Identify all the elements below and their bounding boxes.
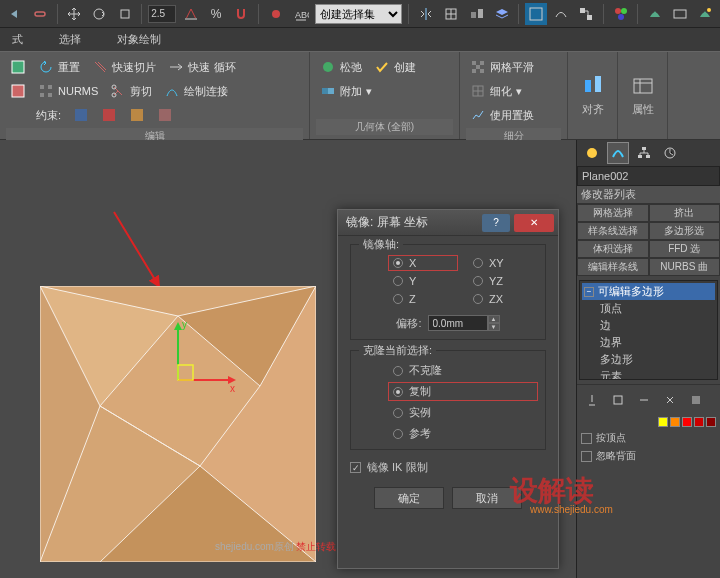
color-vertex[interactable] [658, 417, 668, 427]
configure-icon[interactable] [685, 389, 707, 411]
usedisp-button[interactable]: 使用置换 [466, 104, 538, 126]
mod-btn[interactable]: 样条线选择 [577, 222, 649, 240]
axis-z-radio[interactable]: Z [393, 293, 453, 305]
stack-sub-edge[interactable]: 边 [582, 317, 715, 334]
move-icon[interactable] [63, 3, 84, 25]
mod-btn[interactable]: 挤出 [649, 204, 721, 222]
tab-mode[interactable]: 式 [4, 28, 31, 51]
curve-editor-icon[interactable] [525, 3, 546, 25]
attach-button[interactable]: 附加 ▾ [316, 80, 376, 102]
render-icon[interactable] [695, 3, 716, 25]
scale-icon[interactable] [114, 3, 135, 25]
angle-snap-icon[interactable] [180, 3, 201, 25]
clone-copy-radio[interactable]: 复制 [388, 382, 538, 401]
offset-spinner[interactable]: ▲▼ [428, 315, 500, 331]
percent-snap-icon[interactable]: % [205, 3, 226, 25]
create-tab-icon[interactable] [581, 142, 603, 164]
stack-item-editable-poly[interactable]: − 可编辑多边形 [582, 283, 715, 300]
mirror-ik-checkbox[interactable]: ✓ [350, 462, 361, 473]
reset-button[interactable]: 重置 [34, 56, 84, 78]
render-frame-icon[interactable] [670, 3, 691, 25]
constraint-none-icon[interactable] [69, 104, 93, 126]
mod-btn[interactable]: 网格选择 [577, 204, 649, 222]
pin-stack-icon[interactable] [581, 389, 603, 411]
color-border[interactable] [682, 417, 692, 427]
stack-sub-border[interactable]: 边界 [582, 334, 715, 351]
clone-instance-radio[interactable]: 实例 [393, 405, 533, 420]
rotate-icon[interactable] [89, 3, 110, 25]
show-end-icon[interactable] [607, 389, 629, 411]
ignoreback-checkbox[interactable] [581, 451, 592, 462]
subobj2-icon[interactable] [6, 80, 30, 102]
constraint-normal-icon[interactable] [153, 104, 177, 126]
stack-sub-element[interactable]: 元素 [582, 368, 715, 380]
link-icon[interactable] [29, 3, 50, 25]
stack-sub-poly[interactable]: 多边形 [582, 351, 715, 368]
mod-btn[interactable]: NURBS 曲 [649, 258, 721, 276]
color-element[interactable] [706, 417, 716, 427]
tab-select[interactable]: 选择 [51, 28, 89, 51]
refine-button[interactable]: 细化 ▾ [466, 80, 526, 102]
axis-y-radio[interactable]: Y [393, 275, 453, 287]
align-icon[interactable] [466, 3, 487, 25]
keyframe-icon[interactable] [265, 3, 286, 25]
subobj-icon[interactable] [6, 56, 30, 78]
clone-reference-radio[interactable]: 参考 [393, 426, 533, 441]
axis-x-radio[interactable]: X [388, 255, 458, 271]
dialog-help-button[interactable]: ? [482, 214, 510, 232]
transform-gizmo[interactable]: x y [158, 320, 238, 400]
remove-mod-icon[interactable] [659, 389, 681, 411]
stack-collapse-icon[interactable]: − [584, 287, 594, 297]
material-editor-icon[interactable] [610, 3, 631, 25]
undo-icon[interactable] [4, 3, 25, 25]
byvertex-checkbox[interactable] [581, 433, 592, 444]
mirror-icon[interactable] [415, 3, 436, 25]
dialog-titlebar[interactable]: 镜像: 屏幕 坐标 ? ✕ [338, 210, 558, 236]
modifier-stack[interactable]: − 可编辑多边形 顶点 边 边界 多边形 元素 [579, 280, 718, 380]
quickslice-button[interactable]: 快速切片 [88, 56, 160, 78]
ok-button[interactable]: 确定 [374, 487, 444, 509]
clone-none-radio[interactable]: 不克隆 [393, 363, 533, 378]
angle-spinner[interactable] [148, 5, 176, 23]
tab-paint[interactable]: 对象绘制 [109, 28, 169, 51]
spinner-down-icon[interactable]: ▼ [488, 323, 500, 331]
object-name-field[interactable]: Plane002 [577, 166, 720, 186]
mod-btn[interactable]: FFD 选 [649, 240, 721, 258]
spinner-up-icon[interactable]: ▲ [488, 315, 500, 323]
relax-button[interactable]: 松弛 [316, 56, 366, 78]
schematic-icon[interactable] [576, 3, 597, 25]
selection-set-dropdown[interactable]: 创建选择集 [315, 4, 402, 24]
layers-icon[interactable] [491, 3, 512, 25]
motion-tab-icon[interactable] [659, 142, 681, 164]
nurms-button[interactable]: NURMS [34, 80, 102, 102]
axis-xy-radio[interactable]: XY [473, 257, 533, 269]
unique-icon[interactable] [633, 389, 655, 411]
axis-yz-radio[interactable]: YZ [473, 275, 533, 287]
named-sel-icon[interactable]: ABC [290, 3, 311, 25]
paintconnect-button[interactable]: 绘制连接 [160, 80, 232, 102]
mod-btn[interactable]: 编辑样条线 [577, 258, 649, 276]
constraint-edge-icon[interactable] [97, 104, 121, 126]
modify-tab-icon[interactable] [607, 142, 629, 164]
trackview-icon[interactable] [551, 3, 572, 25]
modifier-list-label[interactable]: 修改器列表 [577, 186, 720, 204]
dialog-close-button[interactable]: ✕ [514, 214, 554, 232]
layout-icon[interactable] [441, 3, 462, 25]
cut-button[interactable]: 剪切 [106, 80, 156, 102]
mod-btn[interactable]: 体积选择 [577, 240, 649, 258]
snap-toggle-icon[interactable] [231, 3, 252, 25]
cancel-button[interactable]: 取消 [452, 487, 522, 509]
color-edge[interactable] [670, 417, 680, 427]
render-setup-icon[interactable] [644, 3, 665, 25]
hierarchy-tab-icon[interactable] [633, 142, 655, 164]
props-big-button[interactable]: 属性 [618, 52, 668, 139]
axis-zx-radio[interactable]: ZX [473, 293, 533, 305]
align-big-button[interactable]: 对齐 [568, 52, 618, 139]
meshsmooth-button[interactable]: 网格平滑 [466, 56, 538, 78]
color-poly[interactable] [694, 417, 704, 427]
stack-sub-vertex[interactable]: 顶点 [582, 300, 715, 317]
create-button[interactable]: 创建 [370, 56, 420, 78]
swiftloop-button[interactable]: 快速 循环 [164, 56, 240, 78]
mod-btn[interactable]: 多边形选 [649, 222, 721, 240]
constraint-face-icon[interactable] [125, 104, 149, 126]
